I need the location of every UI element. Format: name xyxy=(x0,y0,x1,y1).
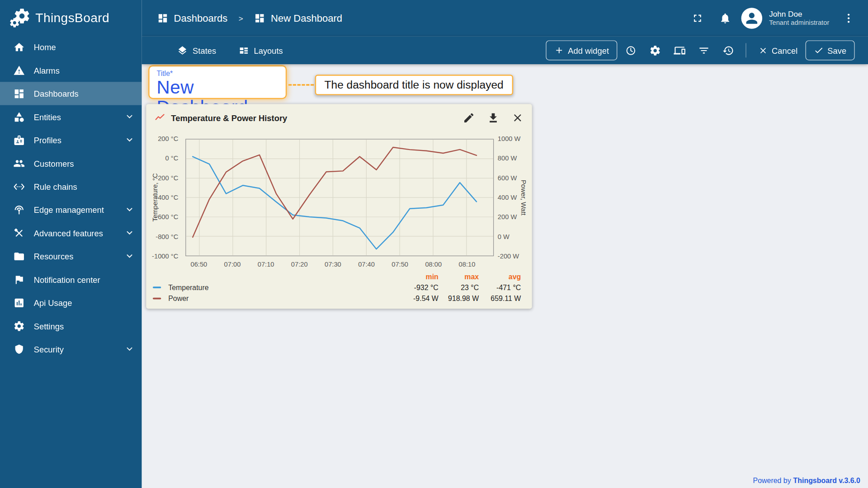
legend-header-row: min max avg xyxy=(153,272,521,282)
chart-plot[interactable] xyxy=(185,139,494,256)
folder-icon xyxy=(13,250,25,262)
sidebar-item-resources[interactable]: Resources xyxy=(0,244,142,267)
top-bar: Dashboards > New Dashboard John Doe Tena… xyxy=(142,0,868,37)
sidebar-item-rule-chains[interactable]: Rule chains xyxy=(0,175,142,198)
display-settings-button[interactable] xyxy=(668,40,690,60)
badge-icon xyxy=(13,134,25,146)
series-max-value: 23 °C xyxy=(439,283,479,291)
axis-tick-label: 600 W xyxy=(498,174,517,182)
widget-export-button[interactable] xyxy=(487,112,500,124)
sidebar-item-dashboards[interactable]: Dashboards xyxy=(0,82,142,105)
chevron-down-icon xyxy=(124,227,135,238)
add-widget-button[interactable]: Add widget xyxy=(546,40,617,60)
chevron-down-icon xyxy=(124,251,135,262)
axis-tick-label: 07:50 xyxy=(392,261,408,268)
sidebar-item-profiles[interactable]: Profiles xyxy=(0,128,142,151)
version-history-button[interactable] xyxy=(717,40,739,60)
top-bar-actions: John Doe Tenant administrator xyxy=(686,7,860,30)
time-window-button[interactable] xyxy=(619,40,642,60)
devices-icon xyxy=(674,45,685,56)
states-icon xyxy=(177,45,188,56)
axis-tick-label: 200 °C xyxy=(158,135,178,143)
legend-header-min: min xyxy=(394,272,439,281)
axis-tick-label: 800 W xyxy=(498,155,517,162)
version-text[interactable]: Thingsboard v.3.6.0 xyxy=(793,476,860,484)
axis-tick-label: 07:30 xyxy=(325,261,341,268)
home-icon xyxy=(13,41,25,53)
fullscreen-icon xyxy=(692,12,704,24)
dashboard-canvas: Title* New Dashboard The dashboard title… xyxy=(142,64,868,488)
layouts-button[interactable]: Layouts xyxy=(238,45,283,56)
sidebar-item-settings[interactable]: Settings xyxy=(0,314,142,338)
fullscreen-button[interactable] xyxy=(686,7,709,30)
states-button[interactable]: States xyxy=(177,45,216,56)
axis-tick-label: 08:10 xyxy=(459,261,476,268)
series-min-value: -9.54 W xyxy=(394,294,439,302)
sidebar-item-home[interactable]: Home xyxy=(0,35,142,58)
axis-tick-label: 06:50 xyxy=(190,261,207,268)
avatar[interactable] xyxy=(741,8,763,29)
powered-by-text: Powered by xyxy=(753,476,791,484)
chart-legend: min max avg Temperature -932 °C 23 °C -4… xyxy=(153,272,521,304)
dashboards-icon xyxy=(157,13,168,23)
warning-icon xyxy=(13,65,25,76)
sidebar-item-security[interactable]: Security xyxy=(0,338,142,361)
sidebar-item-label: Security xyxy=(34,344,115,354)
sidebar-item-label: Home xyxy=(34,42,135,52)
notifications-button[interactable] xyxy=(714,7,737,30)
sidebar-item-entities[interactable]: Entities xyxy=(0,105,142,128)
axis-tick-label: 08:00 xyxy=(425,261,442,268)
dashboard-title-field[interactable]: Title* New Dashboard xyxy=(148,65,287,99)
thingsboard-logo[interactable]: ThingsBoard xyxy=(0,0,142,35)
right-axis-label: Power, Watt xyxy=(519,139,528,256)
dashboard-toolbar: States Layouts Add widget Cancel xyxy=(142,37,868,64)
sidebar-item-api-usage[interactable]: Api Usage xyxy=(0,291,142,314)
widget-header: Temperature & Power History xyxy=(146,104,532,131)
callout-tooltip: The dashboard title is now displayed xyxy=(315,75,513,95)
breadcrumb-item-dashboards[interactable]: Dashboards xyxy=(174,13,227,24)
chevron-down-icon xyxy=(124,343,135,354)
series-name[interactable]: Power xyxy=(168,294,189,302)
series-color-marker xyxy=(153,297,161,299)
series-color-marker xyxy=(153,286,161,288)
axis-tick-label: 07:10 xyxy=(258,261,274,268)
category-icon xyxy=(13,111,25,123)
breadcrumb-item-new-dashboard[interactable]: New Dashboard xyxy=(271,13,342,24)
filter-button[interactable] xyxy=(693,40,715,60)
axis-tick-label: 07:00 xyxy=(224,261,241,268)
series-min-value: -932 °C xyxy=(394,283,439,291)
sidebar-item-customers[interactable]: Customers xyxy=(0,152,142,175)
cancel-label: Cancel xyxy=(772,46,797,55)
more-menu-button[interactable] xyxy=(837,7,860,30)
legend-row: Temperature -932 °C 23 °C -471 °C xyxy=(153,282,521,292)
sidebar-item-label: Customers xyxy=(34,159,135,168)
legend-rows: Temperature -932 °C 23 °C -471 °C Power … xyxy=(153,282,521,304)
sidebar: ThingsBoard Home Alarms Dashboards Entit… xyxy=(0,0,142,488)
dashboards-icon xyxy=(254,13,265,23)
rule-chain-icon xyxy=(13,181,25,192)
left-axis-ticks: 200 °C0 °C-200 °C-400 °C-600 °C-800 °C-1… xyxy=(146,139,181,256)
series-name[interactable]: Temperature xyxy=(168,283,208,291)
sidebar-item-label: Notification center xyxy=(34,275,135,284)
save-button[interactable]: Save xyxy=(805,40,854,60)
main-area: Dashboards > New Dashboard John Doe Tena… xyxy=(142,0,868,488)
sidebar-item-advanced-features[interactable]: Advanced features xyxy=(0,221,142,244)
axis-tick-label: -800 °C xyxy=(156,233,178,240)
check-icon xyxy=(814,45,824,55)
layouts-icon xyxy=(238,45,249,56)
breadcrumb-separator: > xyxy=(239,14,243,23)
chevron-down-icon xyxy=(124,111,135,122)
widget-remove-button[interactable] xyxy=(511,112,524,124)
dashboard-settings-button[interactable] xyxy=(644,40,666,60)
cancel-button[interactable]: Cancel xyxy=(753,40,803,60)
widget-edit-button[interactable] xyxy=(463,112,475,124)
axis-tick-label: 1000 W xyxy=(498,135,521,143)
sidebar-item-edge-management[interactable]: Edge management xyxy=(0,198,142,221)
user-name: John Doe xyxy=(769,9,829,19)
plus-icon xyxy=(554,45,564,55)
chart-widget[interactable]: Temperature & Power History Temperature,… xyxy=(146,104,532,309)
history-icon xyxy=(722,45,734,56)
series-max-value: 918.98 W xyxy=(439,294,479,302)
sidebar-item-alarms[interactable]: Alarms xyxy=(0,59,142,82)
sidebar-item-notification-center[interactable]: Notification center xyxy=(0,268,142,291)
